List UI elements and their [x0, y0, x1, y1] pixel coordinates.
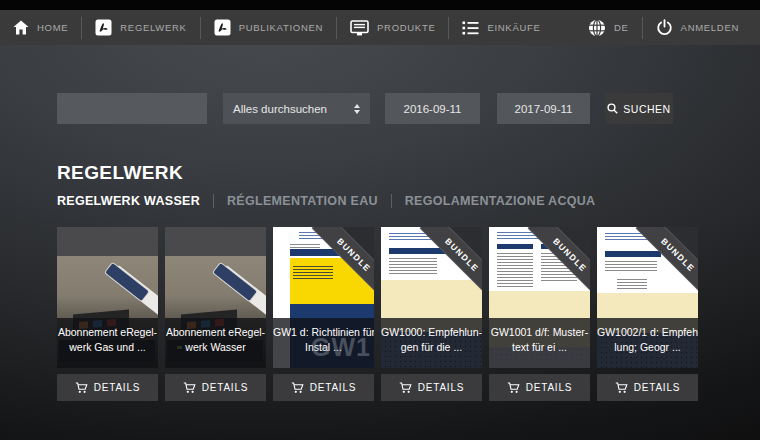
product-card: BUNDLE GW1001 d/f: Muster- text für ei .… [489, 227, 590, 401]
product-thumbnail[interactable]: BUNDLE GW1000: Empfehlun- gen für die ..… [381, 227, 482, 368]
select-updown-icon [354, 104, 360, 114]
product-title: GW1001 d/f: Muster- text für ei ... [489, 318, 590, 368]
nav-item-einkaeufe[interactable]: EINKÄUFE [449, 10, 553, 45]
product-title: Abonnement eRegel- werk Wasser [165, 318, 266, 368]
main-navbar: HOME REGELWERK PUBLIKATIONEN PRODUKTE EI… [0, 10, 760, 45]
nav-label-produkte: PRODUKTE [377, 22, 435, 33]
login-label: ANMELDEN [681, 22, 739, 33]
details-button[interactable]: DETAILS [273, 374, 374, 401]
nav-item-publikationen[interactable]: PUBLIKATIONEN [201, 10, 336, 45]
cart-icon [615, 382, 628, 394]
date-from-field[interactable] [385, 93, 480, 124]
cart-icon [291, 382, 304, 394]
product-title: GW1 d: Richtlinien für Instal ... [273, 318, 374, 368]
page-title: REGELWERK [57, 162, 183, 184]
details-button[interactable]: DETAILS [165, 374, 266, 401]
cart-icon [183, 382, 196, 394]
details-button[interactable]: DETAILS [57, 374, 158, 401]
details-button[interactable]: DETAILS [381, 374, 482, 401]
nav-label-publikationen: PUBLIKATIONEN [239, 22, 323, 33]
details-button[interactable]: DETAILS [597, 374, 698, 401]
nav-label-regelwerk: REGELWERK [120, 22, 186, 33]
ordered-list-icon [462, 20, 479, 36]
product-card: BUNDLE GW1 GW1 d: Richtlinien für Instal… [273, 227, 374, 401]
nav-item-home[interactable]: HOME [0, 10, 81, 45]
search-bar: Alles durchsuchen SUCHEN [57, 93, 673, 124]
language-tabs: REGELWERK WASSER RÉGLEMENTATION EAU REGO… [57, 194, 595, 208]
search-submit-button[interactable]: SUCHEN [605, 93, 673, 124]
product-thumbnail[interactable]: BUNDLE GW1001 d/f: Muster- text für ei .… [489, 227, 590, 368]
top-black-strip [0, 0, 760, 10]
cart-icon [507, 382, 520, 394]
home-icon [13, 20, 29, 35]
product-card: Abonnement eRegel- werk Wasser DETAILS [165, 227, 266, 401]
search-input[interactable] [57, 93, 207, 124]
screen-icon [350, 20, 369, 36]
search-scope-value: Alles durchsuchen [233, 103, 354, 115]
product-card: BUNDLE GW1000: Empfehlun- gen für die ..… [381, 227, 482, 401]
nav-label-einkaeufe: EINKÄUFE [487, 22, 540, 33]
pdf-icon [214, 19, 231, 36]
tab-regolamentazione-acqua[interactable]: REGOLAMENTAZIONE ACQUA [405, 194, 596, 208]
tab-separator [213, 194, 214, 208]
pdf-icon [95, 19, 112, 36]
language-label: DE [614, 22, 629, 33]
product-thumbnail[interactable]: Abonnement eRegel- werk Gas und ... [57, 227, 158, 368]
tab-reglementation-eau[interactable]: RÉGLEMENTATION EAU [227, 194, 378, 208]
language-switcher[interactable]: DE [575, 10, 642, 45]
power-icon [656, 19, 673, 36]
product-title: GW1002/1 d: Empfeh- lung; Geogr ... [597, 318, 698, 368]
product-title: Abonnement eRegel- werk Gas und ... [57, 318, 158, 368]
search-icon [607, 103, 618, 114]
nav-item-regelwerk[interactable]: REGELWERK [82, 10, 199, 45]
product-title: GW1000: Empfehlun- gen für die ... [381, 318, 482, 368]
date-to-field[interactable] [497, 93, 590, 124]
cart-icon [75, 382, 88, 394]
product-thumbnail[interactable]: BUNDLE GW1 GW1 d: Richtlinien für Instal… [273, 227, 374, 368]
tab-regelwerk-wasser[interactable]: REGELWERK WASSER [57, 194, 200, 208]
product-card: Abonnement eRegel- werk Gas und ... DETA… [57, 227, 158, 401]
globe-icon [588, 19, 606, 37]
product-grid: Abonnement eRegel- werk Gas und ... DETA… [57, 227, 698, 401]
search-submit-label: SUCHEN [623, 103, 670, 115]
cart-icon [399, 382, 412, 394]
search-scope-select[interactable]: Alles durchsuchen [223, 93, 370, 124]
nav-label-home: HOME [37, 22, 68, 33]
nav-item-produkte[interactable]: PRODUKTE [337, 10, 448, 45]
product-thumbnail[interactable]: Abonnement eRegel- werk Wasser [165, 227, 266, 368]
product-card: BUNDLE GW1002/1 d: Empfeh- lung; Geogr .… [597, 227, 698, 401]
navbar-right-group: DE ANMELDEN [575, 10, 760, 45]
product-thumbnail[interactable]: BUNDLE GW1002/1 d: Empfeh- lung; Geogr .… [597, 227, 698, 368]
tab-separator [391, 194, 392, 208]
login-button[interactable]: ANMELDEN [643, 10, 752, 45]
details-button[interactable]: DETAILS [489, 374, 590, 401]
